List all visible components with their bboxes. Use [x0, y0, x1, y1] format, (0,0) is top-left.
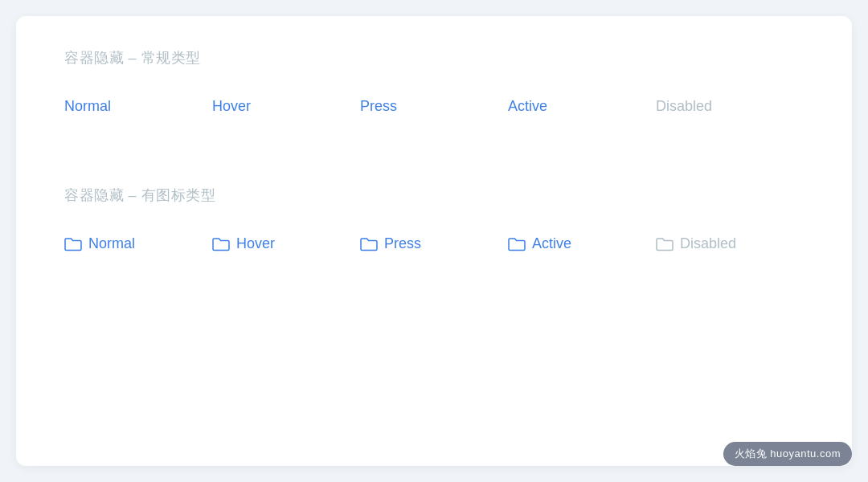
section1-label-disabled: Disabled [656, 98, 712, 115]
section1-label-active: Active [508, 98, 547, 115]
main-card: 容器隐藏 – 常规类型 NormalHoverPressActiveDisabl… [16, 16, 852, 466]
section2-label-active: Active [532, 235, 571, 252]
section1-item-hover[interactable]: Hover [212, 92, 360, 121]
folder-icon [64, 237, 82, 251]
spacer [64, 145, 804, 186]
section2-label-hover: Hover [236, 235, 275, 252]
section1-items-row: NormalHoverPressActiveDisabled [64, 92, 804, 121]
section1-item-normal[interactable]: Normal [64, 92, 212, 121]
folder-icon [212, 237, 230, 251]
section2-item-normal[interactable]: Normal [64, 229, 212, 259]
section1-item-press[interactable]: Press [360, 92, 508, 121]
section2-item-press[interactable]: Press [360, 229, 508, 259]
section2-item-hover[interactable]: Hover [212, 229, 360, 259]
section2-label-disabled: Disabled [680, 235, 736, 252]
section1-label-normal: Normal [64, 98, 111, 115]
section-icon-type: 容器隐藏 – 有图标类型 Normal Hover Press Active D… [64, 186, 804, 267]
section1-label-press: Press [360, 98, 397, 115]
section1-item-active[interactable]: Active [508, 92, 656, 121]
section-normal-type: 容器隐藏 – 常规类型 NormalHoverPressActiveDisabl… [64, 48, 804, 129]
section2-items-row: Normal Hover Press Active Disabled [64, 229, 804, 259]
section2-title: 容器隐藏 – 有图标类型 [64, 186, 804, 205]
section1-title: 容器隐藏 – 常规类型 [64, 48, 804, 67]
folder-icon [508, 237, 526, 251]
section2-label-normal: Normal [88, 235, 135, 252]
section2-item-disabled[interactable]: Disabled [656, 229, 804, 259]
section2-item-active[interactable]: Active [508, 229, 656, 259]
section1-item-disabled[interactable]: Disabled [656, 92, 804, 121]
watermark: 火焰兔 huoyantu.com [723, 442, 852, 466]
folder-icon [360, 237, 378, 251]
section2-label-press: Press [384, 235, 421, 252]
section1-label-hover: Hover [212, 98, 251, 115]
folder-icon [656, 237, 674, 251]
